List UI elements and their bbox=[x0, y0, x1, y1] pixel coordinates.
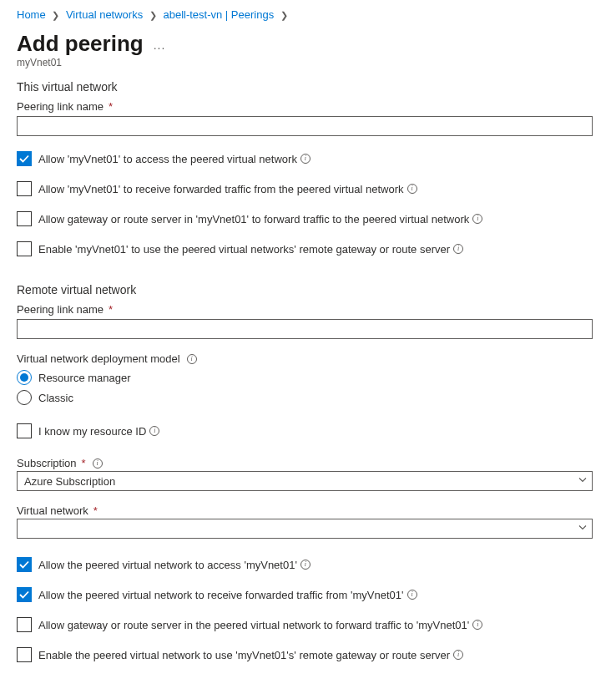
select-subscription-value: Azure Subscription bbox=[24, 475, 115, 488]
label-text: Allow the peered virtual network to acce… bbox=[38, 559, 297, 571]
label-text: Allow gateway or route server in 'myVnet… bbox=[38, 213, 469, 225]
label-this-peering-link-name: Peering link name* bbox=[17, 100, 599, 113]
checkbox-remote-allow-access[interactable] bbox=[17, 557, 32, 572]
checkbox-know-resource-id[interactable] bbox=[17, 423, 32, 438]
checkbox-remote-use-remote-gateway[interactable] bbox=[17, 647, 32, 662]
label-text: Enable the peered virtual network to use… bbox=[38, 649, 450, 661]
label-this-allow-forwarded: Allow 'myVnet01' to receive forwarded tr… bbox=[38, 183, 417, 195]
label-remote-allow-gateway-forward: Allow gateway or route server in the pee… bbox=[38, 619, 482, 631]
label-text: Peering link name bbox=[17, 303, 104, 316]
info-icon[interactable]: i bbox=[300, 154, 311, 164]
required-indicator: * bbox=[109, 100, 113, 113]
radio-resource-manager[interactable] bbox=[17, 370, 32, 385]
required-indicator: * bbox=[93, 504, 98, 517]
info-icon[interactable]: i bbox=[407, 184, 417, 194]
label-subscription: Subscription* i bbox=[17, 457, 599, 469]
info-icon[interactable]: i bbox=[453, 650, 463, 660]
info-icon[interactable]: i bbox=[453, 244, 463, 254]
label-resource-manager: Resource manager bbox=[38, 372, 131, 384]
breadcrumb-virtual-networks[interactable]: Virtual networks bbox=[66, 8, 143, 21]
checkbox-remote-allow-forwarded[interactable] bbox=[17, 587, 32, 602]
label-text: Peering link name bbox=[17, 100, 104, 113]
label-remote-use-remote-gateway: Enable the peered virtual network to use… bbox=[38, 649, 463, 661]
info-icon[interactable]: i bbox=[187, 354, 197, 364]
section-remote-vnet: Remote virtual network bbox=[17, 283, 599, 296]
checkbox-this-allow-forwarded[interactable] bbox=[17, 181, 32, 196]
label-classic: Classic bbox=[38, 392, 73, 404]
radio-classic[interactable] bbox=[17, 390, 32, 405]
breadcrumb: Home ❯ Virtual networks ❯ abell-test-vn … bbox=[17, 8, 599, 21]
breadcrumb-home[interactable]: Home bbox=[17, 8, 46, 21]
required-indicator: * bbox=[109, 303, 113, 316]
select-virtual-network[interactable] bbox=[17, 519, 593, 539]
input-remote-peering-link-name[interactable] bbox=[17, 319, 593, 339]
section-this-vnet: This virtual network bbox=[17, 80, 599, 94]
chevron-right-icon: ❯ bbox=[280, 10, 288, 21]
info-icon[interactable]: i bbox=[472, 620, 482, 630]
chevron-right-icon: ❯ bbox=[52, 10, 59, 21]
label-this-use-remote-gateway: Enable 'myVnet01' to use the peered virt… bbox=[38, 243, 463, 256]
label-text: Allow the peered virtual network to rece… bbox=[38, 589, 404, 601]
label-text: Virtual network deployment model bbox=[17, 352, 180, 365]
label-know-resource-id: I know my resource ID i bbox=[38, 425, 159, 438]
page-subtitle: myVnet01 bbox=[17, 57, 599, 68]
label-text: Allow 'myVnet01' to access the peered vi… bbox=[38, 153, 297, 165]
label-virtual-network: Virtual network* bbox=[17, 504, 599, 517]
more-icon[interactable]: ··· bbox=[154, 33, 166, 54]
chevron-right-icon: ❯ bbox=[149, 10, 157, 21]
label-text: I know my resource ID bbox=[38, 425, 146, 438]
checkbox-this-allow-access[interactable] bbox=[17, 151, 32, 166]
info-icon[interactable]: i bbox=[93, 458, 103, 469]
page-title: Add peering bbox=[17, 31, 144, 57]
breadcrumb-vnet-peerings[interactable]: abell-test-vn | Peerings bbox=[163, 8, 274, 21]
label-text: Allow gateway or route server in the pee… bbox=[38, 619, 469, 631]
select-subscription[interactable]: Azure Subscription bbox=[17, 471, 593, 491]
label-remote-peering-link-name: Peering link name* bbox=[17, 303, 599, 316]
label-remote-allow-access: Allow the peered virtual network to acce… bbox=[38, 559, 311, 571]
info-icon[interactable]: i bbox=[149, 426, 159, 436]
label-text: Subscription bbox=[17, 457, 77, 469]
label-this-allow-access: Allow 'myVnet01' to access the peered vi… bbox=[38, 153, 311, 165]
input-this-peering-link-name[interactable] bbox=[17, 116, 593, 136]
label-text: Enable 'myVnet01' to use the peered virt… bbox=[38, 243, 450, 256]
info-icon[interactable]: i bbox=[300, 560, 311, 570]
label-deployment-model: Virtual network deployment model i bbox=[17, 352, 599, 365]
checkbox-this-allow-gateway-forward[interactable] bbox=[17, 211, 32, 226]
label-text: Virtual network bbox=[17, 504, 88, 517]
checkbox-remote-allow-gateway-forward[interactable] bbox=[17, 617, 32, 632]
required-indicator: * bbox=[82, 457, 86, 469]
checkbox-this-use-remote-gateway[interactable] bbox=[17, 241, 32, 256]
info-icon[interactable]: i bbox=[472, 214, 482, 224]
info-icon[interactable]: i bbox=[407, 590, 417, 600]
label-text: Allow 'myVnet01' to receive forwarded tr… bbox=[38, 183, 404, 195]
label-remote-allow-forwarded: Allow the peered virtual network to rece… bbox=[38, 589, 417, 601]
label-this-allow-gateway-forward: Allow gateway or route server in 'myVnet… bbox=[38, 213, 482, 225]
